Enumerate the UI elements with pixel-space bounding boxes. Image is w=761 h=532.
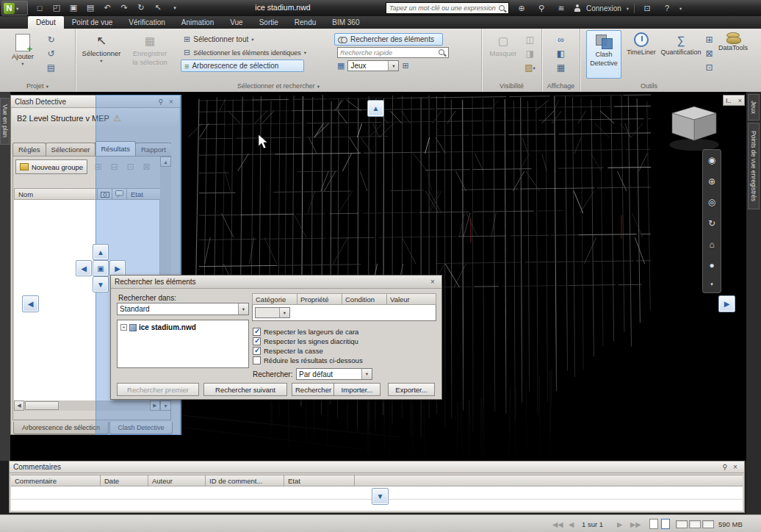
tree-expander-icon[interactable]: + [120,324,127,331]
option-match-diacritics[interactable]: Respecter les signes diacritiqu [253,337,438,345]
results-hscrollbar[interactable]: ◀ ▶ [14,400,160,411]
key-icon[interactable]: ⚲ [534,2,549,15]
close-icon[interactable]: × [738,97,742,104]
rechercher-elements-button[interactable]: Rechercher des éléments [334,33,443,46]
datatools-button[interactable]: DataTools [715,30,751,79]
viewcube[interactable] [669,107,719,151]
dock-cluster-right[interactable]: ▶ [109,260,126,276]
scroll-up-icon[interactable]: ▲ [160,157,171,167]
chevron-down-icon[interactable]: ▾ [361,369,372,379]
dock-cluster-left[interactable]: ◀ [76,260,92,276]
tab-debut[interactable]: Début [28,16,64,29]
chevron-down-icon[interactable]: ▾ [279,308,289,317]
exchange-apps-icon[interactable]: ⊡ [640,2,654,15]
close-icon[interactable]: × [730,463,740,471]
links-icon[interactable]: ∞ [554,33,568,46]
chevron-down-icon[interactable]: ▾ [388,61,398,71]
scripter-icon[interactable]: ⊡ [702,61,716,74]
pan-icon[interactable]: ⊕ [708,176,715,187]
tab-verification[interactable]: Vérification [120,16,173,29]
rechercher-premier-button[interactable]: Rechercher premier [117,383,199,396]
manage-sets-icon[interactable]: ⊞ [402,61,408,71]
tab-animation[interactable]: Animation [173,16,222,29]
tab-jeux[interactable]: Jeux [748,94,760,121]
titlebar-search-box[interactable] [386,2,509,14]
search-input[interactable] [386,4,496,12]
connexion-chevron-icon[interactable]: ▾ [627,7,629,10]
importer-button[interactable]: Importer... [333,383,380,396]
reset-all-icon[interactable]: ↺ [44,47,58,60]
open-file-icon[interactable]: ◰ [49,1,64,14]
close-icon[interactable]: × [166,98,176,106]
dock-target-right[interactable]: ▶ [718,295,735,312]
find-conditions-grid[interactable]: ▾ [252,305,436,321]
next-sheet-icon[interactable]: ▶ [617,515,622,532]
tab-selectionner[interactable]: Sélectionner [46,143,96,156]
chevron-down-icon[interactable]: ▾ [238,303,248,314]
arborescence-selection-button[interactable]: ≡ Arborescence de sélection [181,60,304,72]
refresh-model-icon[interactable]: ↻ [44,33,58,46]
dock-target-bottom[interactable]: ▼ [372,488,389,505]
checkbox-icon[interactable] [253,328,261,336]
option-match-character-widths[interactable]: Respecter les largeurs de cara [253,328,438,336]
comments-col-etat[interactable]: Etat [284,475,355,486]
application-menu-button[interactable]: N ▾ [1,1,28,15]
search-icon[interactable] [498,4,506,12]
undo-icon[interactable]: ↶ [100,1,115,14]
batch-utility-icon[interactable]: ⊠ [702,47,716,60]
scroll-right-icon[interactable]: ▶ [150,400,160,411]
tab-vue[interactable]: Vue [222,16,250,29]
selection-group-label[interactable]: Sélectionner et rechercher▾ [76,81,481,91]
clash-test-header[interactable]: B2 Level Structure v MEP ⚠ [12,108,179,129]
scroll-down-icon[interactable]: ▼ [160,400,171,411]
dock-target-left[interactable]: ◀ [22,295,39,312]
comments-col-commentaire[interactable]: Commentaire [11,475,101,486]
search-in-dropdown[interactable]: Standard ▾ [117,303,249,315]
help-chevron-icon[interactable]: ▾ [679,7,682,10]
ungroup-icon[interactable]: ⊟ [107,160,121,173]
orbit-icon[interactable]: ↻ [708,218,715,229]
bottom-tab-clash-detective[interactable]: Clash Detective [109,422,173,434]
selectionner-tout-button[interactable]: ⊞ Sélectionner tout ▾ [181,33,331,46]
properties-icon[interactable]: ▦ [554,61,568,74]
tab-rendu[interactable]: Rendu [286,16,324,29]
clash-detective-button[interactable]: Clash Detective [586,30,621,79]
dock-cluster-up[interactable]: ▲ [93,244,109,260]
category-dropdown[interactable]: ▾ [255,307,290,318]
dock-cluster-center[interactable]: ▣ [93,260,109,276]
col-valeur[interactable]: Valeur [386,293,436,305]
nouveau-groupe-button[interactable]: Nouveau groupe [15,159,87,174]
quick-search-box[interactable] [337,47,449,58]
clash-panel-titlebar[interactable]: Clash Detective ⚲ × [11,96,180,108]
rechercher-suivant-button[interactable]: Rechercher suivant [203,383,287,396]
qat-customize-icon[interactable]: ▾ [167,1,182,14]
enregistrer-selection-button[interactable]: ▦ Enregistrer la sélection [122,32,178,66]
selectionner-identiques-button[interactable]: ⊟ Sélectionner les éléments identiques ▾ [181,46,331,59]
first-sheet-icon[interactable]: ◀◀ [552,515,563,532]
col-propriete[interactable]: Propriété [297,293,342,305]
comments-col-auteur[interactable]: Auteur [148,475,206,486]
results-header-camera[interactable] [97,188,112,200]
scroll-left-icon[interactable]: ◀ [14,400,24,411]
scroll-thumb[interactable] [25,401,59,410]
results-header-nom[interactable]: Nom [14,188,98,200]
comments-titlebar[interactable]: Commentaires ⚲ × [10,461,744,473]
jeux-dropdown[interactable]: Jeux ▾ [347,60,399,71]
tab-resultats[interactable]: Résultats [95,141,136,156]
rechercher-tout-button[interactable]: Rechercher tout [292,383,334,396]
help-icon[interactable]: ? [660,2,674,15]
require-icon[interactable]: ◫ [523,33,537,46]
col-categorie[interactable]: Catégorie [252,293,297,305]
quick-search-input[interactable] [338,49,436,57]
tree-item-label[interactable]: ice stadium.nwd [139,323,196,331]
community-icon[interactable]: ≋ [554,2,569,15]
selectionner-button[interactable]: ↖ Sélectionner ▾ [82,32,120,62]
print-icon[interactable]: ▤ [83,1,98,14]
close-icon[interactable]: × [428,278,438,286]
quantification-button[interactable]: ∑ Quantification [660,30,702,79]
results-header-comment[interactable] [112,188,127,200]
comments-col-date[interactable]: Date [101,475,148,486]
hide-unselected-icon[interactable]: ◨ [523,47,537,60]
prev-sheet-icon[interactable]: ◀ [569,515,574,532]
option-match-case[interactable]: Respecter la casse [253,347,438,355]
